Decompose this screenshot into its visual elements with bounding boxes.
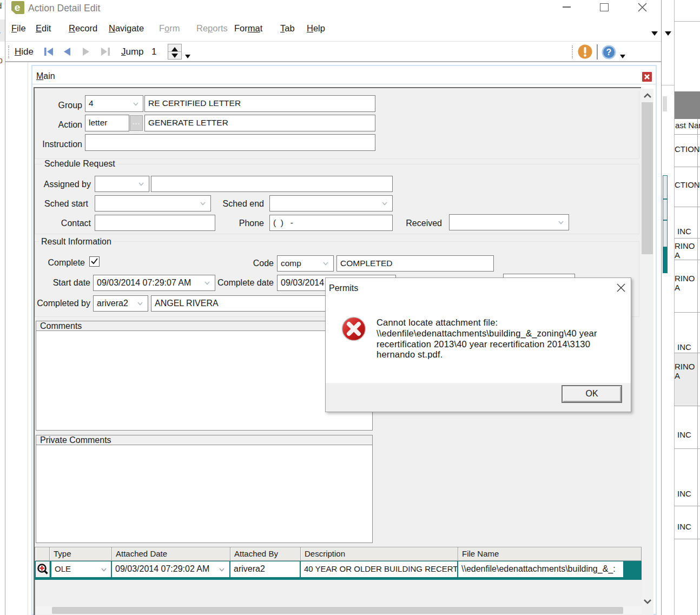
- svg-text:?: ?: [606, 48, 612, 57]
- svg-text:e: e: [15, 2, 21, 13]
